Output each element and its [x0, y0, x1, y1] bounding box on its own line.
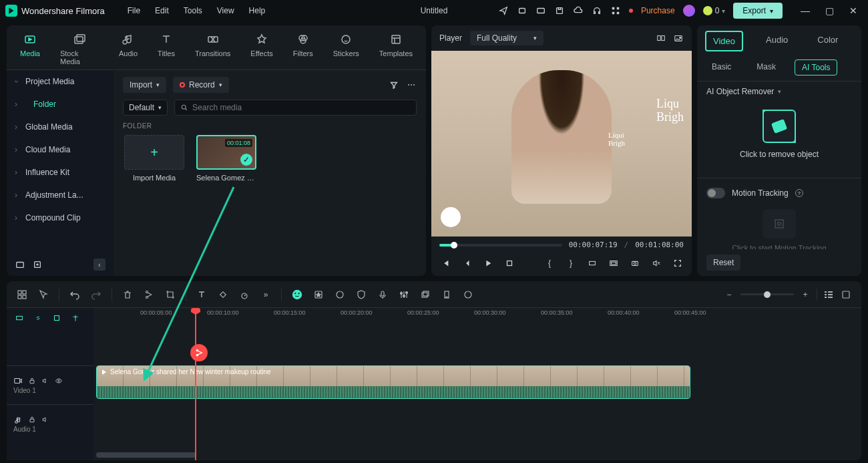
- quality-dropdown[interactable]: Full Quality▾: [470, 31, 544, 45]
- sidebar-cloud-media[interactable]: Cloud Media: [7, 138, 114, 161]
- subtab-mask[interactable]: Mask: [750, 59, 783, 75]
- track-options-icon[interactable]: [823, 289, 835, 301]
- delete-button[interactable]: [122, 289, 134, 301]
- cloud-icon[interactable]: [573, 5, 584, 16]
- search-input[interactable]: [192, 103, 411, 112]
- ai-button[interactable]: [291, 289, 303, 301]
- menu-tools[interactable]: Tools: [184, 6, 202, 15]
- timeline-scrollbar[interactable]: [96, 452, 196, 458]
- shield-button[interactable]: [355, 289, 367, 301]
- new-bin-icon[interactable]: [32, 259, 43, 270]
- tab-transitions[interactable]: Transitions: [195, 32, 230, 65]
- link-icon[interactable]: [32, 312, 44, 324]
- safe-zone-button[interactable]: [608, 257, 620, 269]
- more-tools-button[interactable]: »: [260, 289, 272, 301]
- close-button[interactable]: ✕: [844, 1, 863, 20]
- marker-out-button[interactable]: }: [565, 257, 577, 269]
- cut-marker[interactable]: [190, 344, 208, 361]
- menu-edit[interactable]: Edit: [155, 6, 169, 15]
- media-clip[interactable]: 00:01:08 ✓ Selena Gomez s...: [195, 135, 258, 182]
- step-back-button[interactable]: [461, 257, 473, 269]
- menu-view[interactable]: View: [217, 6, 234, 15]
- tab-audio[interactable]: Audio: [119, 32, 138, 65]
- zoom-in-button[interactable]: +: [799, 289, 811, 301]
- filter-icon[interactable]: [389, 80, 399, 90]
- tab-titles[interactable]: Titles: [158, 32, 175, 65]
- zoom-slider[interactable]: [740, 293, 794, 295]
- tab-video[interactable]: Video: [705, 31, 743, 51]
- undo-button[interactable]: [69, 289, 81, 301]
- layout-icon[interactable]: [16, 289, 28, 301]
- camera-button[interactable]: [629, 257, 641, 269]
- audio-track-header[interactable]: Audio 1: [7, 404, 93, 443]
- search-box[interactable]: [174, 100, 417, 116]
- redo-button[interactable]: [90, 289, 102, 301]
- tab-stock-media[interactable]: Stock Media: [60, 32, 99, 65]
- sidebar-adjustment-layer[interactable]: Adjustment La...: [7, 184, 114, 206]
- play-button[interactable]: [482, 257, 494, 269]
- import-dropdown[interactable]: Import▾: [123, 77, 166, 93]
- sidebar-global-media[interactable]: Global Media: [7, 116, 114, 138]
- menu-help[interactable]: Help: [249, 6, 266, 15]
- speed-button[interactable]: [238, 289, 250, 301]
- motion-tracking-target[interactable]: [763, 209, 796, 239]
- sidebar-influence-kit[interactable]: Influence Kit: [7, 161, 114, 184]
- menu-file[interactable]: File: [128, 6, 140, 15]
- eye-icon[interactable]: [55, 377, 63, 385]
- marker-in-button[interactable]: {: [544, 257, 556, 269]
- mixer-button[interactable]: [398, 289, 410, 301]
- zoom-out-button[interactable]: −: [723, 289, 735, 301]
- text-button[interactable]: [196, 289, 208, 301]
- split-button[interactable]: [143, 289, 155, 301]
- crop-button[interactable]: [164, 289, 176, 301]
- timeline-tracks[interactable]: 00:00:05:0000:00:10:0000:00:15:0000:00:2…: [93, 308, 861, 460]
- player-viewport[interactable]: Liqu Brigh Liqui Brigh: [431, 51, 692, 237]
- video-track-header[interactable]: Video 1: [7, 365, 93, 404]
- timeline-clip[interactable]: Selena Gomez shared her New winter makeu…: [96, 365, 690, 399]
- headphones-icon[interactable]: [592, 5, 602, 16]
- keyframe-button[interactable]: [217, 289, 229, 301]
- tab-effects[interactable]: Effects: [250, 32, 272, 65]
- group-button[interactable]: [419, 289, 431, 301]
- collapse-sidebar-button[interactable]: ‹: [93, 259, 105, 271]
- tab-filters[interactable]: Filters: [293, 32, 313, 65]
- marker-button[interactable]: [441, 289, 453, 301]
- enhance-button[interactable]: [312, 289, 324, 301]
- more-icon[interactable]: ⋯: [406, 80, 417, 90]
- purchase-link[interactable]: Purchase: [641, 6, 675, 15]
- tab-audio-inspector[interactable]: Audio: [759, 31, 795, 51]
- seek-slider[interactable]: [439, 244, 562, 247]
- import-media-tile[interactable]: + Import Media: [123, 135, 186, 182]
- reset-button[interactable]: Reset: [706, 255, 740, 271]
- compare-icon[interactable]: [656, 33, 666, 43]
- sort-dropdown[interactable]: Default▾: [123, 100, 168, 116]
- prev-frame-button[interactable]: [439, 257, 451, 269]
- new-folder-icon[interactable]: [15, 259, 25, 270]
- save-icon[interactable]: [554, 5, 565, 16]
- tab-color[interactable]: Color: [811, 31, 845, 51]
- tab-stickers[interactable]: Stickers: [333, 32, 359, 65]
- mute-button[interactable]: [650, 257, 662, 269]
- motion-tracking-toggle[interactable]: [706, 188, 725, 198]
- sidebar-folder[interactable]: Folder: [7, 93, 114, 116]
- sidebar-project-media[interactable]: Project Media: [7, 70, 114, 93]
- mute-track-icon[interactable]: [51, 312, 63, 324]
- mute-icon-2[interactable]: [41, 416, 49, 424]
- color-button[interactable]: [334, 289, 346, 301]
- minimize-button[interactable]: —: [796, 1, 815, 20]
- fullscreen-button[interactable]: [672, 257, 684, 269]
- record-dropdown[interactable]: Record▾: [173, 77, 229, 93]
- maximize-button[interactable]: ▢: [820, 1, 839, 20]
- snap-icon[interactable]: [13, 312, 25, 324]
- tab-templates[interactable]: Templates: [379, 32, 413, 65]
- render-button[interactable]: [462, 289, 474, 301]
- info-icon[interactable]: ?: [795, 189, 803, 197]
- subtab-basic[interactable]: Basic: [705, 59, 738, 75]
- credits-badge[interactable]: 0▾: [703, 6, 726, 15]
- sidebar-compound-clip[interactable]: Compound Clip: [7, 206, 114, 229]
- tab-media[interactable]: Media: [20, 32, 40, 65]
- ai-remover-header[interactable]: AI Object Remover▾: [697, 82, 861, 102]
- send-icon[interactable]: [498, 5, 509, 16]
- lock-icon-2[interactable]: [28, 416, 36, 424]
- user-avatar[interactable]: [683, 5, 695, 17]
